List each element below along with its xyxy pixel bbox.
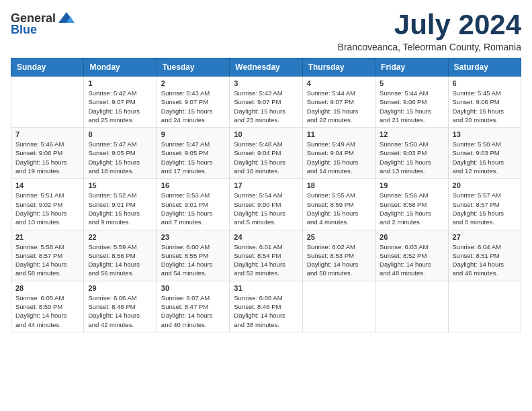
- day-info: Sunrise: 5:43 AMSunset: 9:07 PMDaylight:…: [234, 89, 298, 124]
- calendar-cell: 20Sunrise: 5:57 AMSunset: 8:57 PMDayligh…: [448, 179, 521, 230]
- day-number: 3: [234, 79, 298, 87]
- calendar-cell: 26Sunrise: 6:03 AMSunset: 8:52 PMDayligh…: [375, 230, 448, 281]
- day-number: 27: [453, 233, 517, 241]
- day-info: Sunrise: 5:53 AMSunset: 9:01 PMDaylight:…: [161, 191, 225, 226]
- calendar-cell: 17Sunrise: 5:54 AMSunset: 9:00 PMDayligh…: [230, 179, 302, 230]
- day-number: 16: [161, 181, 225, 189]
- day-number: 1: [88, 79, 152, 87]
- weekday-header: Monday: [84, 58, 157, 77]
- day-info: Sunrise: 6:05 AMSunset: 8:50 PMDaylight:…: [15, 293, 79, 329]
- calendar-cell: 5Sunrise: 5:44 AMSunset: 9:06 PMDaylight…: [375, 77, 448, 128]
- calendar-cell: 30Sunrise: 6:07 AMSunset: 8:47 PMDayligh…: [157, 281, 229, 332]
- calendar-cell: 6Sunrise: 5:45 AMSunset: 9:06 PMDaylight…: [448, 77, 521, 128]
- day-number: 13: [453, 130, 517, 138]
- day-number: 29: [88, 284, 152, 292]
- day-number: 26: [380, 233, 443, 241]
- calendar-cell: 14Sunrise: 5:51 AMSunset: 9:02 PMDayligh…: [11, 179, 84, 230]
- calendar-cell: 29Sunrise: 6:06 AMSunset: 8:48 PMDayligh…: [84, 281, 157, 332]
- calendar-cell: 28Sunrise: 6:05 AMSunset: 8:50 PMDayligh…: [11, 281, 84, 332]
- day-info: Sunrise: 5:50 AMSunset: 9:03 PMDaylight:…: [453, 140, 517, 175]
- day-number: 4: [307, 79, 371, 87]
- subtitle: Brancoveanca, Teleorman County, Romania: [338, 42, 521, 52]
- day-number: 23: [161, 233, 225, 241]
- day-number: 25: [307, 233, 371, 241]
- day-info: Sunrise: 6:04 AMSunset: 8:51 PMDaylight:…: [453, 242, 517, 278]
- day-info: Sunrise: 6:01 AMSunset: 8:54 PMDaylight:…: [234, 242, 298, 278]
- day-info: Sunrise: 5:48 AMSunset: 9:04 PMDaylight:…: [234, 140, 298, 175]
- day-info: Sunrise: 5:47 AMSunset: 9:05 PMDaylight:…: [88, 140, 152, 175]
- logo-blue-text: Blue: [11, 23, 37, 37]
- calendar-cell: 12Sunrise: 5:50 AMSunset: 9:03 PMDayligh…: [375, 128, 448, 179]
- calendar-cell: 13Sunrise: 5:50 AMSunset: 9:03 PMDayligh…: [448, 128, 521, 179]
- calendar-cell: 22Sunrise: 5:59 AMSunset: 8:56 PMDayligh…: [84, 230, 157, 281]
- day-info: Sunrise: 5:46 AMSunset: 9:06 PMDaylight:…: [15, 140, 79, 175]
- day-number: 19: [380, 181, 443, 189]
- weekday-header: Friday: [375, 58, 448, 77]
- calendar-week-row: 14Sunrise: 5:51 AMSunset: 9:02 PMDayligh…: [11, 179, 521, 230]
- calendar-cell: 1Sunrise: 5:42 AMSunset: 9:07 PMDaylight…: [84, 77, 157, 128]
- calendar-cell: 31Sunrise: 6:08 AMSunset: 8:46 PMDayligh…: [230, 281, 302, 332]
- calendar-cell: 25Sunrise: 6:02 AMSunset: 8:53 PMDayligh…: [302, 230, 375, 281]
- day-info: Sunrise: 5:58 AMSunset: 8:57 PMDaylight:…: [15, 242, 79, 278]
- logo: General Blue: [11, 11, 76, 37]
- calendar-week-row: 1Sunrise: 5:42 AMSunset: 9:07 PMDaylight…: [11, 77, 521, 128]
- day-number: 21: [15, 233, 79, 241]
- day-info: Sunrise: 5:52 AMSunset: 9:01 PMDaylight:…: [88, 191, 152, 226]
- day-number: 28: [15, 284, 79, 292]
- calendar-cell: 15Sunrise: 5:52 AMSunset: 9:01 PMDayligh…: [84, 179, 157, 230]
- day-number: 31: [234, 284, 298, 292]
- day-number: 17: [234, 181, 298, 189]
- day-info: Sunrise: 6:08 AMSunset: 8:46 PMDaylight:…: [234, 293, 298, 329]
- calendar-cell: 24Sunrise: 6:01 AMSunset: 8:54 PMDayligh…: [230, 230, 302, 281]
- calendar-cell: 19Sunrise: 5:56 AMSunset: 8:58 PMDayligh…: [375, 179, 448, 230]
- day-number: 30: [161, 284, 225, 292]
- calendar-cell: 11Sunrise: 5:49 AMSunset: 9:04 PMDayligh…: [302, 128, 375, 179]
- day-number: 10: [234, 130, 298, 138]
- day-info: Sunrise: 5:45 AMSunset: 9:06 PMDaylight:…: [453, 89, 517, 124]
- day-number: 2: [161, 79, 225, 87]
- day-number: 9: [161, 130, 225, 138]
- day-info: Sunrise: 5:55 AMSunset: 8:59 PMDaylight:…: [307, 191, 371, 226]
- calendar-cell: 18Sunrise: 5:55 AMSunset: 8:59 PMDayligh…: [302, 179, 375, 230]
- day-info: Sunrise: 6:00 AMSunset: 8:55 PMDaylight:…: [161, 242, 225, 278]
- calendar-cell: 3Sunrise: 5:43 AMSunset: 9:07 PMDaylight…: [230, 77, 302, 128]
- day-info: Sunrise: 5:56 AMSunset: 8:58 PMDaylight:…: [380, 191, 443, 226]
- day-info: Sunrise: 5:43 AMSunset: 9:07 PMDaylight:…: [161, 89, 225, 124]
- calendar-cell: 7Sunrise: 5:46 AMSunset: 9:06 PMDaylight…: [11, 128, 84, 179]
- day-number: 5: [380, 79, 443, 87]
- day-number: 14: [15, 181, 79, 189]
- day-info: Sunrise: 5:44 AMSunset: 9:06 PMDaylight:…: [380, 89, 443, 124]
- day-info: Sunrise: 6:02 AMSunset: 8:53 PMDaylight:…: [307, 242, 371, 278]
- day-number: 15: [88, 181, 152, 189]
- day-number: 6: [453, 79, 517, 87]
- day-number: 12: [380, 130, 443, 138]
- day-number: 22: [88, 233, 152, 241]
- day-info: Sunrise: 6:06 AMSunset: 8:48 PMDaylight:…: [88, 293, 152, 329]
- day-number: 24: [234, 233, 298, 241]
- weekday-header: Saturday: [448, 58, 521, 77]
- calendar-header-row: SundayMondayTuesdayWednesdayThursdayFrid…: [11, 58, 521, 77]
- day-number: 20: [453, 181, 517, 189]
- calendar-cell: 16Sunrise: 5:53 AMSunset: 9:01 PMDayligh…: [157, 179, 229, 230]
- calendar-week-row: 7Sunrise: 5:46 AMSunset: 9:06 PMDaylight…: [11, 128, 521, 179]
- page-header: General Blue July 2024 Brancoveanca, Tel…: [11, 11, 521, 52]
- day-info: Sunrise: 5:51 AMSunset: 9:02 PMDaylight:…: [15, 191, 79, 226]
- calendar-cell: [375, 281, 448, 332]
- day-info: Sunrise: 5:47 AMSunset: 9:05 PMDaylight:…: [161, 140, 225, 175]
- calendar-cell: 27Sunrise: 6:04 AMSunset: 8:51 PMDayligh…: [448, 230, 521, 281]
- calendar-cell: [448, 281, 521, 332]
- calendar-cell: 21Sunrise: 5:58 AMSunset: 8:57 PMDayligh…: [11, 230, 84, 281]
- calendar-cell: [11, 77, 84, 128]
- day-info: Sunrise: 6:03 AMSunset: 8:52 PMDaylight:…: [380, 242, 443, 278]
- weekday-header: Wednesday: [230, 58, 302, 77]
- calendar-cell: 10Sunrise: 5:48 AMSunset: 9:04 PMDayligh…: [230, 128, 302, 179]
- day-info: Sunrise: 5:57 AMSunset: 8:57 PMDaylight:…: [453, 191, 517, 226]
- weekday-header: Thursday: [302, 58, 375, 77]
- day-number: 8: [88, 130, 152, 138]
- day-info: Sunrise: 6:07 AMSunset: 8:47 PMDaylight:…: [161, 293, 225, 329]
- calendar-cell: 8Sunrise: 5:47 AMSunset: 9:05 PMDaylight…: [84, 128, 157, 179]
- calendar-cell: 9Sunrise: 5:47 AMSunset: 9:05 PMDaylight…: [157, 128, 229, 179]
- title-block: July 2024 Brancoveanca, Teleorman County…: [338, 11, 521, 52]
- day-info: Sunrise: 5:50 AMSunset: 9:03 PMDaylight:…: [380, 140, 443, 175]
- day-info: Sunrise: 5:59 AMSunset: 8:56 PMDaylight:…: [88, 242, 152, 278]
